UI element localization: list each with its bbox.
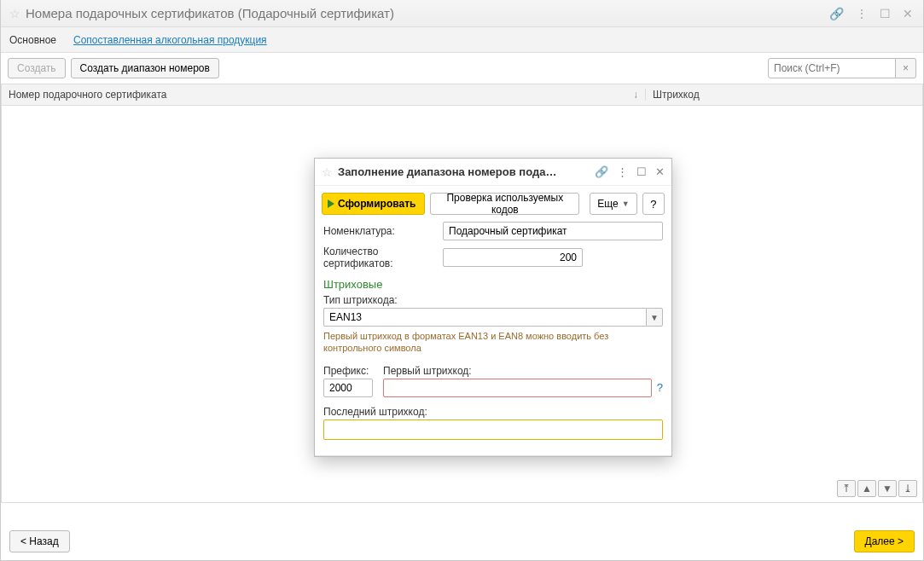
dialog-divider [315,455,671,456]
title-bar: ☆ Номера подарочных сертификатов (Подаро… [1,0,923,27]
dialog-range: ☆ Заполнение диапазона номеров пода… 🔗 ⋮… [314,158,672,457]
close-icon[interactable]: ✕ [903,7,913,20]
last-barcode-label: Последний штрихкод: [323,406,663,418]
tabs: Основное Сопоставленная алкогольная прод… [1,27,923,53]
nomenclature-input[interactable] [443,222,663,240]
table-col-number[interactable]: Номер подарочного сертификата ↓ [2,89,646,101]
nav-up-icon[interactable]: ▲ [857,480,876,497]
dialog-title: Заполнение диапазона номеров пода… [338,165,595,178]
main-window: ☆ Номера подарочных сертификатов (Подаро… [0,0,924,561]
create-range-button[interactable]: Создать диапазон номеров [71,58,219,78]
prefix-input[interactable] [323,379,373,397]
check-codes-button[interactable]: Проверка используемых кодов [430,193,579,215]
table-col-barcode[interactable]: Штрихкод [646,89,922,101]
qty-label: Количество сертификатов: [323,246,443,269]
dialog-kebab-icon[interactable]: ⋮ [617,165,628,178]
window-controls: 🔗 ⋮ ☐ ✕ [829,7,923,20]
dialog-title-bar: ☆ Заполнение диапазона номеров пода… 🔗 ⋮… [315,159,671,186]
barcode-type-input[interactable] [323,308,646,327]
more-button[interactable]: Еще ▼ [590,193,636,215]
prefix-label: Префикс: [323,365,373,377]
nav-last-icon[interactable]: ⤓ [898,480,917,497]
create-button[interactable]: Создать [8,58,66,78]
dialog-controls: 🔗 ⋮ ☐ ✕ [595,165,665,178]
toolbar: Создать Создать диапазон номеров × [1,53,923,84]
maximize-icon[interactable]: ☐ [880,7,891,20]
dialog-link-icon[interactable]: 🔗 [595,165,608,178]
kebab-icon[interactable]: ⋮ [856,7,868,20]
window-title: Номера подарочных сертификатов (Подарочн… [26,6,829,20]
first-barcode-input[interactable] [383,379,652,397]
tab-alcohol[interactable]: Сопоставленная алкогольная продукция [73,34,267,46]
generate-button[interactable]: Сформировать [322,193,425,215]
last-barcode-input[interactable] [323,419,663,440]
section-barcodes: Штриховые [323,278,663,291]
dialog-favorite-icon[interactable]: ☆ [322,165,333,179]
next-button[interactable]: Далее > [854,530,915,552]
nav-first-icon[interactable]: ⤒ [837,480,856,497]
generate-label: Сформировать [338,198,416,210]
dialog-body: Номенклатура: Количество сертификатов: Ш… [315,222,671,450]
dialog-maximize-icon[interactable]: ☐ [636,165,647,178]
search-clear-icon[interactable]: × [896,58,916,78]
table-header: Номер подарочного сертификата ↓ Штрихкод [1,84,923,106]
search-input[interactable] [768,58,896,78]
nomenclature-label: Номенклатура: [323,225,443,237]
barcode-hint: Первый штрихкод в форматах EAN13 и EAN8 … [323,330,663,355]
barcode-type-chevron-icon[interactable]: ▼ [646,308,663,327]
nav-down-icon[interactable]: ▼ [878,480,897,497]
first-barcode-label: Первый штрихкод: [383,365,663,377]
table-col-barcode-label: Штрихкод [653,89,700,101]
table-col-number-label: Номер подарочного сертификата [9,89,166,101]
first-barcode-help-icon[interactable]: ? [657,381,663,394]
chevron-down-icon: ▼ [622,200,630,208]
play-icon [328,200,334,208]
footer: < Назад Далее > [1,523,923,560]
link-icon[interactable]: 🔗 [829,7,844,20]
more-label: Еще [597,198,618,210]
favorite-icon[interactable]: ☆ [9,7,20,20]
barcode-type-label: Тип штрихкода: [323,294,663,306]
barcode-type-select[interactable]: ▼ [323,308,663,327]
nav-buttons: ⤒ ▲ ▼ ⤓ [837,480,917,497]
tab-main[interactable]: Основное [9,34,56,46]
help-button[interactable]: ? [642,193,665,215]
back-button[interactable]: < Назад [9,530,70,552]
search-wrap: × [768,58,916,78]
sort-asc-icon: ↓ [633,89,638,101]
qty-input[interactable] [443,248,583,267]
dialog-toolbar: Сформировать Проверка используемых кодов… [315,186,671,222]
dialog-close-icon[interactable]: ✕ [655,165,665,178]
